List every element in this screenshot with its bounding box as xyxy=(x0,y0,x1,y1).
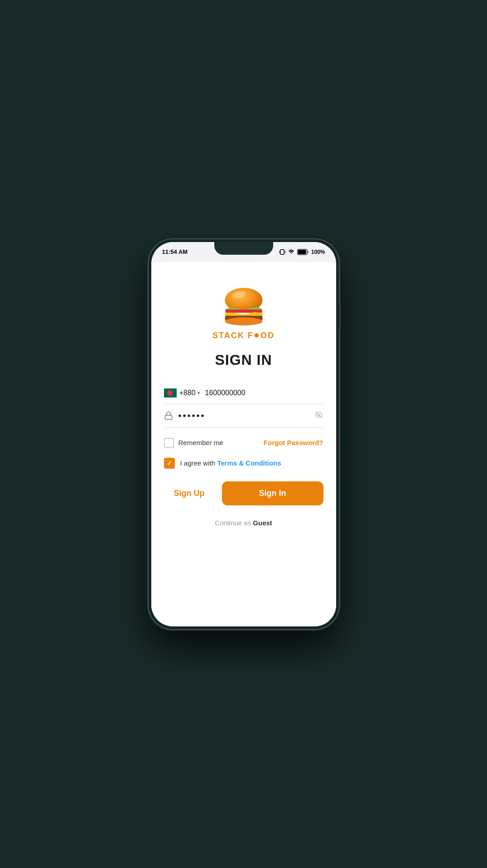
password-input[interactable] xyxy=(178,411,314,421)
logo-area: STACK F●OD xyxy=(212,285,275,341)
country-dropdown-icon[interactable]: ▾ xyxy=(198,390,200,395)
status-time: 11:54 AM xyxy=(162,248,188,255)
bd-flag-icon xyxy=(164,388,177,398)
svg-rect-14 xyxy=(165,415,172,419)
svg-rect-5 xyxy=(307,251,309,253)
app-content: STACK F●OD SIGN IN +880 ▾ xyxy=(151,262,336,626)
country-code: +880 xyxy=(179,389,196,397)
buttons-row: Sign Up Sign In xyxy=(164,481,323,505)
status-icons: 100% xyxy=(279,249,325,255)
svg-rect-0 xyxy=(280,249,284,254)
phone-screen: 11:54 AM xyxy=(151,242,336,626)
terms-checkbox[interactable]: ✓ xyxy=(164,458,175,469)
guest-text: Continue as Guest xyxy=(215,519,272,527)
guest-section: Continue as Guest xyxy=(164,519,323,527)
phone-device: 11:54 AM xyxy=(149,239,339,629)
terms-row: ✓ I agree with Terms & Conditions xyxy=(164,458,323,469)
remember-me-checkbox[interactable] xyxy=(164,438,174,448)
form-section: +880 ▾ xyxy=(164,382,323,527)
sign-in-button[interactable]: Sign In xyxy=(222,481,323,505)
password-row xyxy=(164,404,323,428)
sign-up-button[interactable]: Sign Up xyxy=(164,482,215,504)
burger-logo xyxy=(219,285,269,325)
terms-link[interactable]: Terms & Conditions xyxy=(217,459,281,467)
checkmark-icon: ✓ xyxy=(167,460,172,467)
phone-row: +880 ▾ xyxy=(164,382,323,404)
options-row: Remember me Forgot Password? xyxy=(164,438,323,448)
terms-text: I agree with Terms & Conditions xyxy=(180,459,281,467)
forgot-password-link[interactable]: Forgot Password? xyxy=(264,439,323,446)
svg-point-11 xyxy=(225,317,262,325)
brand-name: STACK F●OD xyxy=(212,329,275,341)
svg-rect-4 xyxy=(298,250,306,254)
battery-percent: 100% xyxy=(311,249,325,255)
lock-icon xyxy=(164,411,173,420)
wifi-icon xyxy=(288,249,295,255)
svg-point-13 xyxy=(167,390,173,396)
remember-me-group: Remember me xyxy=(164,438,223,448)
page-title: SIGN IN xyxy=(215,352,272,369)
notch xyxy=(214,242,273,255)
remember-me-label: Remember me xyxy=(178,439,223,446)
battery-icon xyxy=(297,249,309,255)
toggle-password-icon[interactable] xyxy=(314,411,323,420)
phone-input[interactable] xyxy=(205,389,323,397)
vibrate-icon xyxy=(279,249,285,255)
